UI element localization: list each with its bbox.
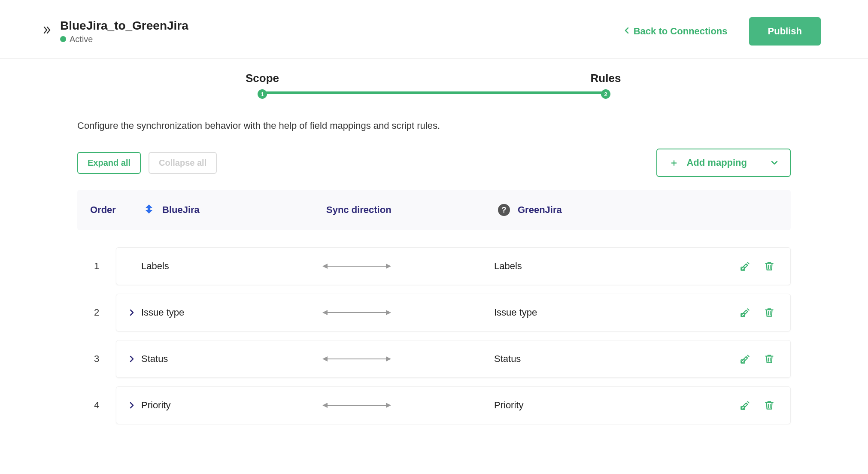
chevron-down-icon	[771, 159, 778, 167]
step-rules[interactable]: Rules 2	[434, 72, 777, 99]
column-bluejira: BlueJira	[162, 204, 200, 216]
delete-icon[interactable]	[764, 400, 775, 411]
chevron-left-icon	[624, 27, 629, 36]
greenjira-field: Status	[494, 353, 740, 365]
svg-marker-9	[322, 356, 328, 362]
connection-title: BlueJira_to_GreenJira	[60, 19, 624, 33]
svg-marker-2	[386, 264, 391, 269]
status-dot-icon	[60, 36, 66, 42]
bluejira-field: Issue type	[141, 307, 184, 318]
svg-marker-5	[322, 310, 328, 315]
mapping-card: Issue type Issue type	[116, 294, 791, 331]
page-header: BlueJira_to_GreenJira Active Back to Con…	[0, 0, 868, 59]
mapping-row: 4 Priority Priority	[77, 386, 791, 424]
bidirectional-arrow-icon	[322, 262, 391, 270]
column-order: Order	[90, 204, 142, 216]
edit-icon[interactable]	[740, 400, 751, 411]
help-icon[interactable]: ?	[498, 204, 510, 216]
edit-icon[interactable]	[740, 261, 751, 272]
expand-row-icon[interactable]	[129, 309, 138, 316]
back-link-label: Back to Connections	[634, 26, 728, 37]
column-sync-direction: Sync direction	[326, 204, 498, 216]
row-order: 1	[77, 261, 116, 272]
expand-sidebar-icon[interactable]	[43, 26, 52, 37]
edit-icon[interactable]	[740, 353, 751, 365]
bidirectional-arrow-icon	[322, 355, 391, 363]
svg-marker-6	[386, 310, 391, 315]
mapping-row: 1 Labels Labels	[77, 247, 791, 285]
step-scope-label: Scope	[246, 72, 279, 85]
mapping-card: Status Status	[116, 340, 791, 378]
bluejira-field: Status	[141, 353, 168, 365]
mapping-table-header: Order BlueJira Sync direction ? GreenJir…	[77, 190, 791, 230]
step-scope-number: 1	[258, 89, 267, 99]
step-rules-label: Rules	[591, 72, 621, 85]
bluejira-field: Priority	[141, 400, 170, 411]
status-text: Active	[70, 34, 93, 44]
svg-marker-14	[386, 403, 391, 408]
plus-icon: ＋	[669, 156, 679, 169]
svg-marker-1	[322, 264, 328, 269]
page-description: Configure the synchronization behavior w…	[77, 120, 791, 131]
mapping-card: Labels Labels	[116, 247, 791, 285]
row-order: 3	[77, 353, 116, 365]
mapping-row: 3 Status Status	[77, 340, 791, 378]
back-to-connections-link[interactable]: Back to Connections	[624, 26, 728, 37]
stepper: Scope 1 Rules 2	[91, 72, 777, 105]
delete-icon[interactable]	[764, 353, 775, 365]
publish-button[interactable]: Publish	[749, 17, 821, 46]
greenjira-field: Issue type	[494, 307, 740, 318]
delete-icon[interactable]	[764, 261, 775, 272]
mapping-list: 1 Labels Labels 2 Issue type	[77, 247, 791, 424]
expand-row-icon[interactable]	[129, 356, 138, 362]
bluejira-field: Labels	[141, 261, 169, 272]
mapping-row: 2 Issue type Issue type	[77, 294, 791, 331]
add-mapping-label: Add mapping	[686, 157, 747, 168]
delete-icon[interactable]	[764, 307, 775, 318]
bidirectional-arrow-icon	[322, 309, 391, 316]
expand-row-icon[interactable]	[129, 402, 138, 409]
edit-icon[interactable]	[740, 307, 751, 318]
add-mapping-button[interactable]: ＋ Add mapping	[656, 149, 791, 177]
row-order: 2	[77, 307, 116, 318]
jira-bluejira-icon	[142, 203, 156, 217]
svg-marker-10	[386, 356, 391, 362]
greenjira-field: Priority	[494, 400, 740, 411]
column-greenjira: GreenJira	[518, 204, 562, 216]
svg-marker-13	[322, 403, 328, 408]
mapping-card: Priority Priority	[116, 386, 791, 424]
greenjira-field: Labels	[494, 261, 740, 272]
collapse-all-button: Collapse all	[149, 152, 217, 174]
stepper-connector	[262, 91, 606, 94]
step-scope[interactable]: Scope 1	[91, 72, 434, 99]
step-rules-number: 2	[601, 89, 610, 99]
bidirectional-arrow-icon	[322, 401, 391, 409]
expand-all-button[interactable]: Expand all	[77, 152, 141, 174]
row-order: 4	[77, 400, 116, 411]
